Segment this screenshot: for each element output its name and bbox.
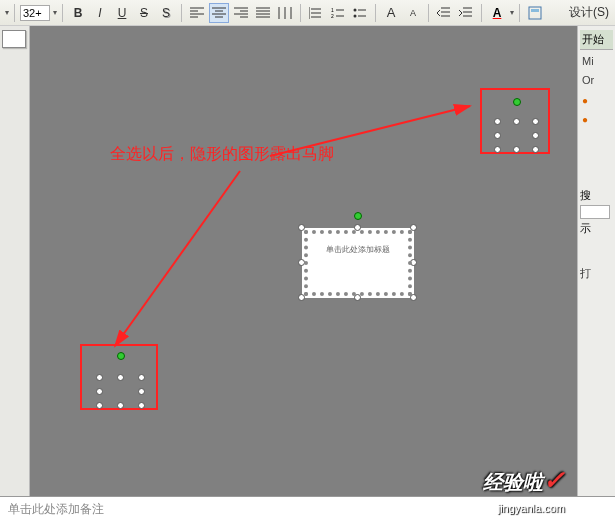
- separator: [428, 4, 429, 22]
- dropdown-arrow-icon[interactable]: ▾: [510, 8, 514, 17]
- resize-handle[interactable]: [532, 118, 539, 125]
- rotate-handle-icon[interactable]: [117, 352, 125, 360]
- shadow-button[interactable]: S: [156, 3, 176, 23]
- align-justify-icon[interactable]: [253, 3, 273, 23]
- resize-handle[interactable]: [138, 388, 145, 395]
- increase-indent-icon[interactable]: [456, 3, 476, 23]
- task-pane: 开始 Mi Or ● ● 搜 示 打: [577, 26, 615, 496]
- bold-button[interactable]: B: [68, 3, 88, 23]
- task-pane-text: Or: [582, 73, 611, 88]
- rotate-handle-icon[interactable]: [354, 212, 362, 220]
- task-pane-text: Mi: [582, 54, 611, 69]
- design-label[interactable]: 设计(S): [569, 4, 611, 21]
- strike-button[interactable]: S: [134, 3, 154, 23]
- dropdown-arrow-icon[interactable]: ▾: [53, 8, 57, 17]
- svg-point-2: [354, 8, 357, 11]
- resize-handle[interactable]: [117, 402, 124, 409]
- resize-handle[interactable]: [96, 374, 103, 381]
- slide-thumbnails-panel: [0, 26, 30, 496]
- separator: [62, 4, 63, 22]
- distribute-icon[interactable]: [275, 3, 295, 23]
- font-size-input[interactable]: 32+: [20, 5, 50, 21]
- annotation-arrow-2: [100, 166, 250, 356]
- separator: [300, 4, 301, 22]
- resize-handle[interactable]: [532, 146, 539, 153]
- slide-canvas[interactable]: 全选以后，隐形的图形露出马脚: [30, 26, 577, 496]
- check-icon: ✓: [543, 465, 565, 495]
- increase-font-icon[interactable]: A: [381, 3, 401, 23]
- dropdown-arrow-icon[interactable]: ▾: [5, 8, 9, 17]
- bullet-item[interactable]: ●: [582, 112, 611, 127]
- resize-handle[interactable]: [532, 132, 539, 139]
- resize-handle[interactable]: [117, 374, 124, 381]
- separator: [375, 4, 376, 22]
- resize-handle[interactable]: [513, 146, 520, 153]
- open-label[interactable]: 打: [580, 266, 613, 281]
- align-left-icon[interactable]: [187, 3, 207, 23]
- underline-button[interactable]: U: [112, 3, 132, 23]
- show-label: 示: [580, 221, 613, 236]
- design-icon[interactable]: [525, 3, 545, 23]
- align-center-icon[interactable]: [209, 3, 229, 23]
- resize-handle[interactable]: [138, 374, 145, 381]
- resize-handle[interactable]: [96, 388, 103, 395]
- resize-handle[interactable]: [96, 402, 103, 409]
- formatting-toolbar: ▾ 32+ ▾ B I U S S 12 A A A ▾ 设计(S): [0, 0, 615, 26]
- search-label: 搜: [580, 188, 613, 203]
- bullet-item[interactable]: ●: [582, 93, 611, 108]
- bullet-list-icon[interactable]: [350, 3, 370, 23]
- resize-handle[interactable]: [494, 132, 501, 139]
- resize-handle[interactable]: [494, 146, 501, 153]
- watermark-url: jingyanla.com: [498, 502, 565, 514]
- search-section: 搜 示: [580, 188, 613, 236]
- separator: [519, 4, 520, 22]
- separator: [481, 4, 482, 22]
- resize-handle[interactable]: [138, 402, 145, 409]
- search-input[interactable]: [580, 205, 610, 219]
- decrease-font-icon[interactable]: A: [403, 3, 423, 23]
- separator: [181, 4, 182, 22]
- number-list-icon[interactable]: 12: [328, 3, 348, 23]
- align-right-icon[interactable]: [231, 3, 251, 23]
- svg-rect-4: [529, 7, 541, 19]
- italic-button[interactable]: I: [90, 3, 110, 23]
- hidden-shape-selection-1[interactable]: [480, 88, 550, 154]
- svg-text:2: 2: [331, 13, 334, 19]
- task-pane-header[interactable]: 开始: [580, 30, 613, 50]
- hidden-shape-selection-2[interactable]: [80, 344, 158, 410]
- line-spacing-icon[interactable]: [306, 3, 326, 23]
- svg-rect-5: [531, 9, 539, 12]
- main-area: 全选以后，隐形的图形露出马脚: [0, 26, 615, 496]
- rotate-handle-icon[interactable]: [513, 98, 521, 106]
- decrease-indent-icon[interactable]: [434, 3, 454, 23]
- resize-handle[interactable]: [513, 118, 520, 125]
- separator: [14, 4, 15, 22]
- resize-handle[interactable]: [494, 118, 501, 125]
- title-textbox[interactable]: 单击此处添加标题: [302, 228, 414, 298]
- watermark: 经验啦✓: [483, 465, 565, 496]
- font-color-icon[interactable]: A: [487, 3, 507, 23]
- slide-thumbnail[interactable]: [2, 30, 26, 48]
- svg-point-3: [354, 14, 357, 17]
- textbox-placeholder: 单击此处添加标题: [312, 238, 404, 288]
- annotation-text: 全选以后，隐形的图形露出马脚: [110, 144, 334, 165]
